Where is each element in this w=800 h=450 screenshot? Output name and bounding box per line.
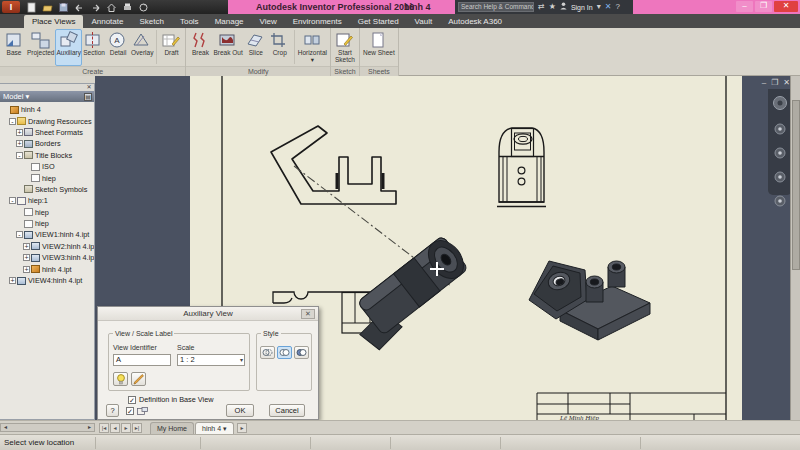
tab-annotate[interactable]: Annotate [83,15,131,28]
tab-vault[interactable]: Vault [407,15,441,28]
preview-checkbox[interactable]: ✓ [126,407,134,415]
save-icon[interactable] [58,2,69,13]
tree-expand-icon[interactable]: + [16,129,23,136]
doc-tab-hinh-4-[interactable]: hinh 4 ▾ [195,422,234,434]
browser-filter-icon[interactable]: ▤ [84,93,92,101]
draft-button[interactable]: Draft [159,29,183,66]
tree-item-iso[interactable]: ISO [0,161,94,172]
auxiliary-button[interactable]: Auxiliary [55,29,82,66]
base-button[interactable]: Base [2,29,26,66]
dialog-help-button[interactable]: ? [106,404,119,417]
doc-minimize-icon[interactable]: – [762,78,766,87]
tree-item-view3-hinh-4-ip[interactable]: +VIEW3:hinh 4.ip [0,252,94,263]
update-icon[interactable] [138,2,149,13]
help-icon[interactable]: ? [615,2,619,12]
break-out-button[interactable]: Break Out [212,29,243,66]
tree-item-hiep[interactable]: hiep [0,172,94,183]
tree-item-hinh-4-ipt[interactable]: +hinh 4.ipt [0,263,94,274]
browser-horizontal-scrollbar[interactable]: ◂ ▸ [0,423,95,432]
tree-expand-icon[interactable]: + [9,277,16,284]
zoom-icon[interactable] [774,145,786,163]
overlay-button[interactable]: Overlay [130,29,154,66]
tree-expand-icon[interactable]: + [23,254,30,261]
tree-item-view2-hinh-4-ip[interactable]: +VIEW2:hinh 4.ip [0,241,94,252]
undo-icon[interactable] [74,2,85,13]
tab-scroll-right-icon[interactable]: ▸ [237,423,247,433]
next-sheet-icon[interactable]: ▸ [121,423,131,433]
scroll-right-icon[interactable]: ▸ [85,424,94,431]
scale-select[interactable]: 1 : 2 ▾ [177,354,245,366]
view-identifier-input[interactable]: A [113,354,171,366]
close-button[interactable]: ✕ [774,1,798,12]
pan-icon[interactable] [774,121,786,139]
first-sheet-icon[interactable]: |◂ [99,423,109,433]
doc-close-icon[interactable]: ✕ [783,78,790,87]
definition-in-base-view-option[interactable]: ✓ Definition in Base View [128,395,214,404]
tab-autodesk-a360[interactable]: Autodesk A360 [440,15,510,28]
dialog-close-icon[interactable]: ✕ [301,309,315,319]
new-file-icon[interactable] [26,2,37,13]
tree-item-hiep[interactable]: hiep [0,218,94,229]
tab-get-started[interactable]: Get Started [350,15,407,28]
print-icon[interactable] [122,2,133,13]
browser-header-dropdown-icon[interactable]: ▾ [26,92,30,101]
tab-place-views[interactable]: Place Views [24,15,83,28]
tab-sketch[interactable]: Sketch [131,15,171,28]
tree-expand-icon[interactable]: + [23,266,30,273]
start-button[interactable]: Start Sketch [333,29,357,66]
signin-dropdown-icon[interactable]: ▾ [597,2,601,12]
new-sheet-button[interactable]: New Sheet [362,29,396,66]
vertical-scrollbar[interactable] [790,76,800,420]
section-button[interactable]: Section [82,29,106,66]
tab-manage[interactable]: Manage [207,15,252,28]
last-sheet-icon[interactable]: ▸| [132,423,142,433]
tree-item-view1-hinh-4-ipt[interactable]: -VIEW1:hinh 4.ipt [0,229,94,240]
style-hidden-line-removed-button[interactable] [277,346,292,359]
tree-item-hinh-4[interactable]: hinh 4 [0,104,94,115]
tree-expand-icon[interactable]: - [9,118,16,125]
tree-item-view4-hinh-4-ipt[interactable]: +VIEW4:hinh 4.ipt [0,275,94,286]
break-button[interactable]: Break [188,29,212,66]
scroll-left-icon[interactable]: ◂ [1,424,10,431]
tree-item-sheet-formats[interactable]: +Sheet Formats [0,127,94,138]
tree-item-hiep[interactable]: hiep [0,207,94,218]
horizontal-button[interactable]: Horizontal ▾ [297,29,328,66]
look-at-icon[interactable] [774,193,786,211]
style-hidden-line-button[interactable] [260,346,275,359]
tree-item-drawing-resources[interactable]: -Drawing Resources [0,115,94,126]
slice-button[interactable]: Slice [244,29,268,66]
tree-expand-icon[interactable]: - [9,197,16,204]
tree-item-borders[interactable]: +Borders [0,138,94,149]
style-shaded-button[interactable] [294,346,309,359]
redo-icon[interactable] [90,2,101,13]
navigation-wheel-icon[interactable] [772,95,788,115]
crop-button[interactable]: Crop [268,29,292,66]
detail-button[interactable]: ADetail [106,29,130,66]
dialog-preview-option[interactable]: ✓ [126,407,148,415]
cancel-button[interactable]: Cancel [269,404,305,417]
edit-label-pencil-button[interactable] [131,372,146,386]
definition-checkbox[interactable]: ✓ [128,396,136,404]
vertical-scrollbar-thumb[interactable] [792,100,800,270]
tree-item-sketch-symbols[interactable]: Sketch Symbols [0,184,94,195]
search-input[interactable]: Search Help & Commands... [458,2,534,12]
browser-header[interactable]: Model ▾ ▤ [0,91,94,102]
restore-button[interactable]: ❐ [755,1,772,12]
orbit-icon[interactable] [774,169,786,187]
favorites-star-icon[interactable]: ★ [549,2,556,12]
tree-expand-icon[interactable]: + [16,140,23,147]
tree-expand-icon[interactable]: + [23,243,30,250]
projected-button[interactable]: Projected [26,29,55,66]
inventor-app-icon[interactable]: I [2,1,20,13]
exchange-apps-icon[interactable]: ⇄ [538,2,545,12]
tree-expand-icon[interactable]: - [16,152,23,159]
tree-item-hiep-1[interactable]: -hiep:1 [0,195,94,206]
display-label-bulb-button[interactable] [113,372,128,386]
dialog-titlebar[interactable]: Auxiliary View ✕ [98,307,318,321]
tree-item-title-blocks[interactable]: -Title Blocks [0,150,94,161]
minimize-button[interactable]: – [736,1,753,12]
doc-restore-icon[interactable]: ❐ [771,78,778,87]
tab-tools[interactable]: Tools [172,15,207,28]
tab-view[interactable]: View [252,15,285,28]
sign-in-button[interactable]: Sign In [571,4,593,11]
